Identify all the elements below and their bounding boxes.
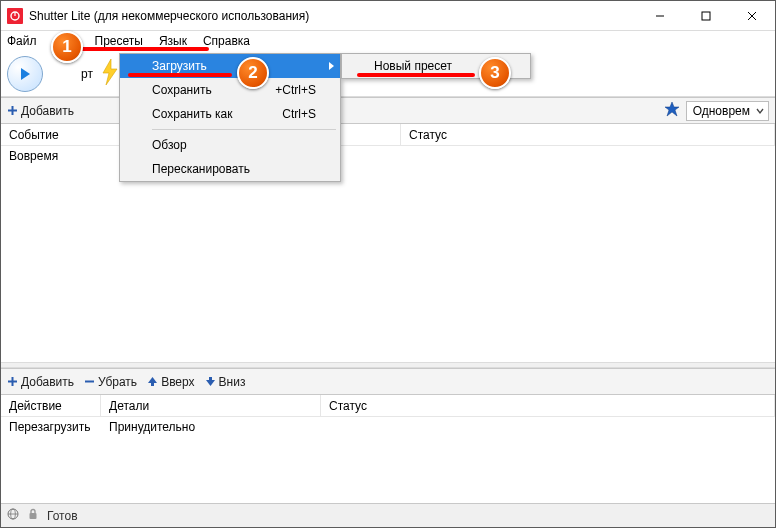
app-icon bbox=[7, 8, 23, 24]
minus-icon bbox=[84, 376, 95, 387]
table-row[interactable]: Вовремя bbox=[1, 146, 775, 166]
details-cell: Принудительно bbox=[101, 420, 203, 434]
globe-icon bbox=[7, 508, 19, 523]
menu-browse[interactable]: Обзор bbox=[120, 133, 340, 157]
svg-rect-21 bbox=[30, 513, 37, 519]
actions-toolbar: Добавить Убрать Вверх Вниз bbox=[1, 368, 775, 395]
mode-value: Одноврем bbox=[693, 104, 750, 118]
callout-badge-2: 2 bbox=[237, 57, 269, 89]
annotation-underline bbox=[357, 73, 475, 77]
actions-columns: Действие Детали Статус bbox=[1, 395, 775, 417]
events-add-button[interactable]: Добавить bbox=[7, 104, 74, 118]
col-details[interactable]: Детали bbox=[101, 395, 321, 416]
mode-icon bbox=[664, 101, 680, 120]
events-columns: Событие Статус bbox=[1, 124, 775, 146]
start-label: рт bbox=[81, 67, 93, 81]
chevron-down-icon bbox=[756, 107, 764, 115]
lock-icon bbox=[27, 508, 39, 523]
minimize-button[interactable] bbox=[637, 1, 683, 31]
actions-up-button[interactable]: Вверх bbox=[147, 375, 194, 389]
menu-save-as[interactable]: Сохранить как Ctrl+S bbox=[120, 102, 340, 126]
event-cell: Вовремя bbox=[1, 149, 66, 163]
bolt-icon bbox=[101, 59, 119, 88]
svg-marker-10 bbox=[665, 102, 679, 116]
callout-badge-1: 1 bbox=[51, 31, 83, 63]
window-buttons bbox=[637, 1, 775, 31]
svg-rect-17 bbox=[209, 377, 212, 381]
annotation-underline bbox=[128, 73, 232, 77]
submenu-arrow-icon bbox=[329, 62, 334, 70]
action-cell: Перезагрузить bbox=[1, 420, 101, 434]
menu-file[interactable]: Файл bbox=[5, 32, 45, 50]
actions-remove-button[interactable]: Убрать bbox=[84, 375, 137, 389]
callout-badge-3: 3 bbox=[479, 57, 511, 89]
events-list[interactable]: Вовремя bbox=[1, 146, 775, 362]
window-title: Shutter Lite (для некоммерческого исполь… bbox=[29, 9, 309, 23]
menu-save[interactable]: Сохранить +Ctrl+S bbox=[120, 78, 340, 102]
svg-rect-3 bbox=[702, 12, 710, 20]
table-row[interactable]: Перезагрузить Принудительно bbox=[1, 417, 775, 437]
arrow-down-icon bbox=[205, 376, 216, 387]
actions-list[interactable]: Перезагрузить Принудительно bbox=[1, 417, 775, 503]
svg-marker-6 bbox=[21, 68, 30, 80]
mode-select[interactable]: Одноврем bbox=[686, 101, 769, 121]
col-status[interactable]: Статус bbox=[401, 124, 775, 145]
menu-rescan[interactable]: Пересканировать bbox=[120, 157, 340, 181]
app-window: Shutter Lite (для некоммерческого исполь… bbox=[0, 0, 776, 528]
svg-marker-7 bbox=[103, 59, 117, 85]
actions-down-button[interactable]: Вниз bbox=[205, 375, 246, 389]
close-button[interactable] bbox=[729, 1, 775, 31]
annotation-underline bbox=[75, 47, 209, 51]
plus-icon bbox=[7, 105, 18, 116]
col-status2[interactable]: Статус bbox=[321, 395, 775, 416]
svg-rect-15 bbox=[151, 382, 154, 386]
status-text: Готов bbox=[47, 509, 78, 523]
plus-icon bbox=[7, 376, 18, 387]
start-button[interactable] bbox=[7, 56, 43, 92]
title-bar: Shutter Lite (для некоммерческого исполь… bbox=[1, 1, 775, 31]
col-action[interactable]: Действие bbox=[1, 395, 101, 416]
maximize-button[interactable] bbox=[683, 1, 729, 31]
events-toolbar: Добавить Одноврем bbox=[1, 97, 775, 124]
arrow-up-icon bbox=[147, 376, 158, 387]
actions-add-button[interactable]: Добавить bbox=[7, 375, 74, 389]
status-bar: Готов bbox=[1, 503, 775, 527]
svg-rect-1 bbox=[14, 12, 15, 16]
